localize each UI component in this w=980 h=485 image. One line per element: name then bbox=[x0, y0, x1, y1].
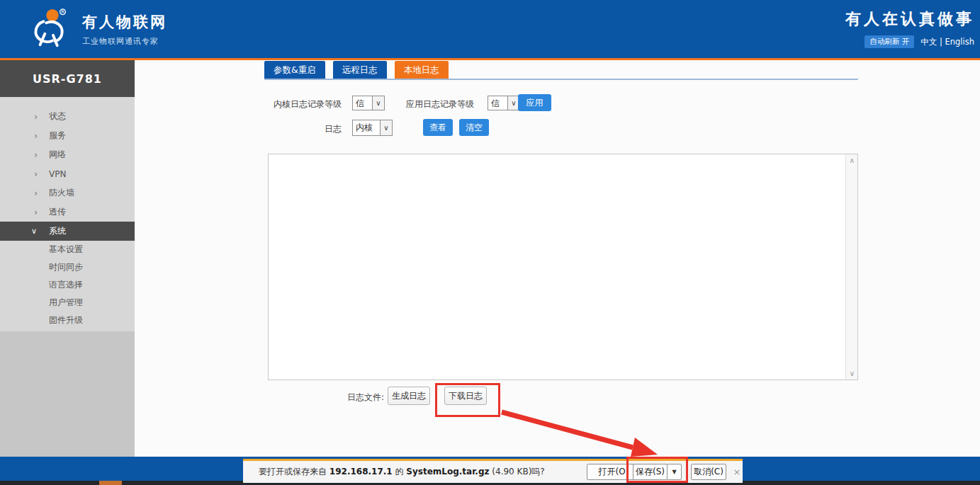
sidebar-item-system[interactable]: ∨ 系统 bbox=[0, 222, 135, 241]
sidebar-item-network[interactable]: › 网络 bbox=[0, 145, 135, 164]
log-source-value: 内核 bbox=[353, 120, 380, 135]
download-host: 192.168.17.1 bbox=[330, 467, 393, 477]
kernel-log-level-label: 内核日志记录等级 bbox=[269, 98, 342, 110]
sidebar-subitem-basic-settings[interactable]: 基本设置 bbox=[0, 241, 135, 258]
device-title: USR-G781 bbox=[0, 60, 135, 97]
chevron-right-icon: › bbox=[34, 207, 40, 217]
download-message: 要打开或保存来自 192.168.17.1 的 SystemLog.tar.gz… bbox=[259, 461, 545, 483]
download-message-mid: 的 bbox=[393, 467, 407, 477]
sidebar-item-service[interactable]: › 服务 bbox=[0, 126, 135, 145]
download-filename: SystemLog.tar.gz bbox=[406, 467, 489, 477]
chevron-right-icon: › bbox=[34, 169, 40, 179]
sidebar: USR-G781 › 状态 › 服务 › 网络 › VPN › 防火墙 bbox=[0, 60, 135, 457]
app-log-level-select[interactable]: 信息 ∨ bbox=[488, 96, 520, 110]
close-icon[interactable]: × bbox=[731, 465, 743, 478]
kernel-log-level-select[interactable]: 信息 ∨ bbox=[352, 96, 385, 110]
save-button[interactable]: 保存(S) bbox=[633, 464, 668, 480]
scroll-up-icon[interactable]: ∧ bbox=[846, 154, 858, 166]
log-select-label: 日志 bbox=[269, 123, 342, 135]
apply-button[interactable]: 应用 bbox=[518, 94, 551, 111]
kernel-log-level-value: 信息 bbox=[353, 96, 372, 110]
app-log-level-value: 信息 bbox=[488, 96, 507, 110]
svg-text:R: R bbox=[61, 9, 64, 15]
tab-local-log[interactable]: 本地日志 bbox=[395, 61, 449, 79]
download-notification-bar: 要打开或保存来自 192.168.17.1 的 SystemLog.tar.gz… bbox=[243, 459, 743, 483]
sidebar-item-label: 透传 bbox=[49, 206, 66, 218]
sidebar-item-status[interactable]: › 状态 bbox=[0, 107, 135, 126]
tab-underline bbox=[264, 79, 858, 80]
sidebar-item-label: 状态 bbox=[49, 110, 66, 122]
select-arrow-icon: ∨ bbox=[380, 120, 392, 135]
sidebar-subitem-time-sync[interactable]: 时间同步 bbox=[0, 258, 135, 276]
download-log-button[interactable]: 下载日志 bbox=[444, 387, 487, 405]
sidebar-subitem-user-management[interactable]: 用户管理 bbox=[0, 294, 135, 312]
sidebar-item-firewall[interactable]: › 防火墙 bbox=[0, 183, 135, 202]
tab-bar: 参数&重启 远程日志 本地日志 bbox=[264, 61, 449, 79]
pusr-logo-icon: R bbox=[30, 6, 74, 50]
sidebar-item-vpn[interactable]: › VPN bbox=[0, 164, 135, 183]
sidebar-subitem-language[interactable]: 语言选择 bbox=[0, 276, 135, 294]
save-options-dropdown[interactable]: ▼ bbox=[667, 464, 682, 480]
chevron-right-icon: › bbox=[34, 149, 40, 160]
sidebar-menu: › 状态 › 服务 › 网络 › VPN › 防火墙 › 透传 bbox=[0, 97, 135, 331]
sidebar-item-passthrough[interactable]: › 透传 bbox=[0, 202, 135, 222]
sidebar-subitem-firmware-upgrade[interactable]: 固件升级 bbox=[0, 312, 135, 329]
sidebar-item-label: 网络 bbox=[49, 149, 66, 161]
view-log-button[interactable]: 查看 bbox=[423, 119, 453, 136]
log-scrollbar[interactable]: ∧ ∨ bbox=[845, 154, 857, 380]
select-arrow-icon: ∨ bbox=[372, 96, 384, 110]
header-right: 有人在认真做事 自动刷新 开 中文 | English bbox=[845, 8, 974, 48]
chevron-down-icon: ∨ bbox=[31, 227, 40, 236]
scroll-down-icon[interactable]: ∨ bbox=[846, 367, 858, 380]
sidebar-item-label: 服务 bbox=[49, 130, 66, 142]
language-switch[interactable]: 中文 | English bbox=[920, 37, 974, 47]
chevron-right-icon: › bbox=[34, 188, 40, 198]
cancel-button[interactable]: 取消(C) bbox=[691, 464, 726, 480]
main-content: 参数&重启 远程日志 本地日志 内核日志记录等级 信息 ∨ 应用日志记录等级 信… bbox=[135, 60, 980, 457]
sidebar-item-label: VPN bbox=[49, 169, 66, 179]
auto-refresh-toggle[interactable]: 自动刷新 开 bbox=[864, 35, 914, 48]
download-message-prefix: 要打开或保存来自 bbox=[259, 467, 330, 477]
log-file-label: 日志文件: bbox=[347, 392, 384, 404]
chevron-right-icon: › bbox=[34, 111, 40, 122]
chevron-right-icon: › bbox=[34, 130, 40, 141]
generate-log-button[interactable]: 生成日志 bbox=[388, 387, 430, 405]
app-log-level-label: 应用日志记录等级 bbox=[406, 98, 474, 110]
download-message-suffix: 吗? bbox=[531, 467, 544, 477]
sidebar-item-label: 防火墙 bbox=[49, 187, 74, 199]
bottom-edge-orange-chip bbox=[99, 481, 122, 485]
brand-text: 有人物联网 工业物联网通讯专家 bbox=[82, 12, 167, 47]
tab-params-restart[interactable]: 参数&重启 bbox=[264, 61, 325, 79]
header-bar: R 有人物联网 工业物联网通讯专家 有人在认真做事 自动刷新 开 中文 | En… bbox=[0, 0, 980, 60]
sidebar-item-label: 系统 bbox=[49, 225, 66, 237]
brand: R 有人物联网 工业物联网通讯专家 bbox=[30, 6, 167, 50]
brand-title: 有人物联网 bbox=[82, 12, 167, 32]
tab-remote-log[interactable]: 远程日志 bbox=[333, 61, 387, 79]
download-filesize: (4.90 KB) bbox=[490, 467, 532, 477]
page: R 有人物联网 工业物联网通讯专家 有人在认真做事 自动刷新 开 中文 | En… bbox=[0, 0, 980, 485]
log-output-textarea[interactable]: ∧ ∨ bbox=[268, 154, 858, 380]
brand-subtitle: 工业物联网通讯专家 bbox=[82, 36, 167, 47]
clear-log-button[interactable]: 清空 bbox=[459, 119, 489, 136]
slogan: 有人在认真做事 bbox=[845, 8, 974, 30]
log-source-select[interactable]: 内核 ∨ bbox=[352, 120, 393, 136]
